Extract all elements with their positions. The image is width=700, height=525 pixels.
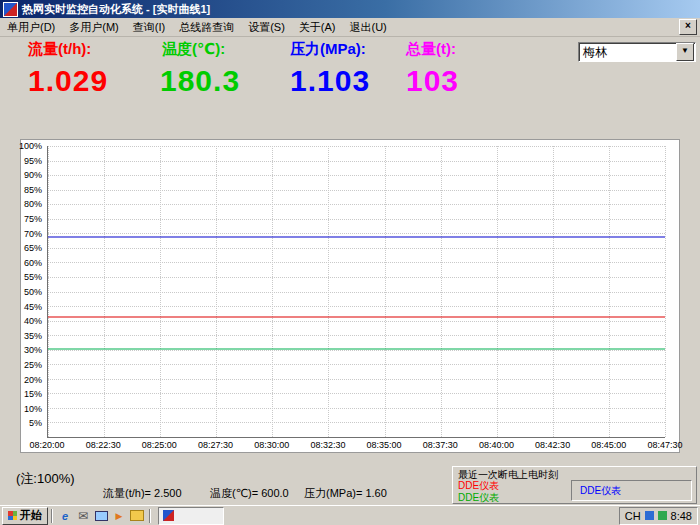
v-gridline <box>272 146 273 437</box>
h-gridline <box>48 335 665 336</box>
child-close-button[interactable]: × <box>679 19 697 35</box>
v-gridline <box>441 146 442 437</box>
series-line <box>48 317 665 318</box>
app-icon <box>163 510 174 521</box>
plot-area <box>47 146 665 438</box>
h-gridline <box>48 146 665 147</box>
v-gridline <box>328 146 329 437</box>
y-tick-label: 30% <box>24 345 42 355</box>
menu-item-settings[interactable]: 设置(S) <box>241 18 292 37</box>
menu-item-exit[interactable]: 退出(U) <box>343 18 394 37</box>
y-tick-label: 20% <box>24 375 42 385</box>
h-gridline <box>48 204 665 205</box>
y-tick-label: 40% <box>24 316 42 326</box>
y-tick-label: 65% <box>24 243 42 253</box>
taskbar: 开始 e ✉ ▶ CH 8:48 <box>0 505 700 525</box>
v-gridline <box>665 146 666 437</box>
dde-meter-blue: DDE仪表 <box>580 484 621 498</box>
start-button[interactable]: 开始 <box>2 507 48 525</box>
y-tick-label: 45% <box>24 302 42 312</box>
h-gridline <box>48 408 665 409</box>
title-bar: 热网实时监控自动化系统 - [实时曲线1] <box>0 0 700 18</box>
language-indicator[interactable]: CH <box>625 510 641 522</box>
series-line <box>48 236 665 237</box>
h-gridline <box>48 422 665 423</box>
taskbar-divider <box>51 509 53 523</box>
y-tick-label: 25% <box>24 360 42 370</box>
start-button-label: 开始 <box>20 508 42 523</box>
v-gridline <box>497 146 498 437</box>
y-axis-labels: 100%95%90%85%80%75%70%65%60%55%50%45%40%… <box>21 146 44 438</box>
x-tick-label: 08:27:30 <box>198 440 233 450</box>
menu-item-query[interactable]: 查询(I) <box>126 18 172 37</box>
y-tick-label: 95% <box>24 156 42 166</box>
clock: 8:48 <box>671 510 692 522</box>
flow-label: 流量(t/h): <box>28 40 91 59</box>
x-tick-label: 08:45:00 <box>591 440 626 450</box>
temperature-scale-text: 温度(℃)= 600.0 <box>210 486 289 501</box>
ie-icon[interactable]: e <box>57 509 73 523</box>
station-select[interactable]: 梅林 ▼ <box>578 42 696 62</box>
flow-value: 1.029 <box>28 64 108 98</box>
v-gridline <box>385 146 386 437</box>
h-gridline <box>48 292 665 293</box>
v-gridline <box>609 146 610 437</box>
app-icon <box>3 2 18 17</box>
h-gridline <box>48 262 665 263</box>
x-tick-label: 08:20:00 <box>29 440 64 450</box>
h-gridline <box>48 190 665 191</box>
active-task-button[interactable] <box>158 507 224 525</box>
x-tick-label: 08:42:30 <box>535 440 570 450</box>
total-label: 总量(t): <box>406 40 456 59</box>
h-gridline <box>48 306 665 307</box>
x-tick-label: 08:30:00 <box>254 440 289 450</box>
h-gridline <box>48 161 665 162</box>
y-tick-label: 10% <box>24 404 42 414</box>
dde-meter-box: DDE仪表 <box>571 480 692 501</box>
menu-item-busline-query[interactable]: 总线路查询 <box>172 18 241 37</box>
window-title: 热网实时监控自动化系统 - [实时曲线1] <box>22 2 210 17</box>
media-player-icon[interactable]: ▶ <box>111 509 127 523</box>
x-tick-label: 08:35:00 <box>367 440 402 450</box>
h-gridline <box>48 393 665 394</box>
menu-item-multi-user[interactable]: 多用户(M) <box>62 18 126 37</box>
show-desktop-icon[interactable] <box>93 509 109 523</box>
tray-icon-1[interactable] <box>645 511 654 520</box>
y-tick-label: 100% <box>19 141 42 151</box>
x-tick-label: 08:37:30 <box>423 440 458 450</box>
menu-item-single-user[interactable]: 单用户(D) <box>0 18 62 37</box>
power-event-panel: 最近一次断电上电时刻 DDE仪表 DDE仪表 DDE仪表 <box>452 466 697 504</box>
x-tick-label: 08:22:30 <box>86 440 121 450</box>
x-tick-label: 08:47:30 <box>647 440 682 450</box>
tray-icon-2[interactable] <box>658 511 667 520</box>
menu-bar: 单用户(D) 多用户(M) 查询(I) 总线路查询 设置(S) 关于(A) 退出… <box>0 18 700 37</box>
dde-meter-green: DDE仪表 <box>458 491 499 505</box>
y-tick-label: 70% <box>24 229 42 239</box>
h-gridline <box>48 321 665 322</box>
y-tick-label: 5% <box>29 418 42 428</box>
h-gridline <box>48 277 665 278</box>
flow-scale-text: 流量(t/h)= 2.500 <box>103 486 182 501</box>
y-tick-label: 90% <box>24 170 42 180</box>
y-tick-label: 55% <box>24 272 42 282</box>
folder-icon[interactable] <box>129 509 145 523</box>
taskbar-divider <box>149 509 151 523</box>
x-tick-label: 08:32:30 <box>310 440 345 450</box>
v-gridline <box>216 146 217 437</box>
v-gridline <box>160 146 161 437</box>
v-gridline <box>104 146 105 437</box>
menu-item-about[interactable]: 关于(A) <box>292 18 343 37</box>
system-tray: CH 8:48 <box>619 507 698 525</box>
total-value: 103 <box>406 64 459 98</box>
temperature-value: 180.3 <box>160 64 240 98</box>
scale-note: (注:100%) <box>16 470 75 488</box>
pressure-scale-text: 压力(MPa)= 1.60 <box>304 486 387 501</box>
application-window: 热网实时监控自动化系统 - [实时曲线1] 单用户(D) 多用户(M) 查询(I… <box>0 0 700 525</box>
mail-icon[interactable]: ✉ <box>75 509 91 523</box>
y-tick-label: 35% <box>24 331 42 341</box>
h-gridline <box>48 379 665 380</box>
x-axis-labels: 08:20:0008:22:3008:25:0008:27:3008:30:00… <box>47 440 665 452</box>
y-tick-label: 75% <box>24 214 42 224</box>
series-line <box>48 349 665 350</box>
chevron-down-icon[interactable]: ▼ <box>676 43 694 61</box>
